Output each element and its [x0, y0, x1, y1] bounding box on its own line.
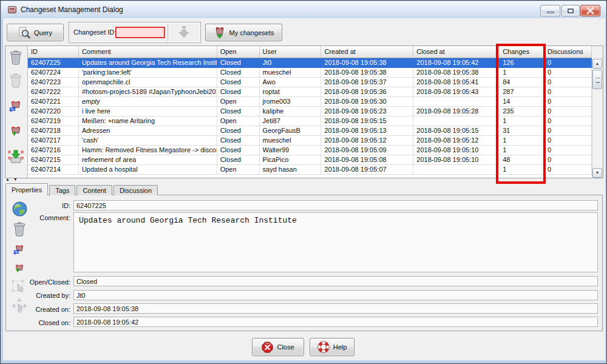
cell-comment[interactable]: openmapchile.cl	[79, 78, 217, 87]
cell-open[interactable]: Closed	[217, 146, 260, 155]
column-header-comment[interactable]: Comment	[79, 46, 217, 58]
cell-discussions[interactable]: 0	[544, 107, 592, 116]
cell-id[interactable]: 62407222	[28, 87, 79, 97]
cell-comment[interactable]: refinement of area	[79, 155, 217, 165]
changeset-id-input[interactable]	[115, 27, 165, 38]
cell-created-at[interactable]: 2018-09-08 19:05:23	[321, 107, 413, 116]
cell-discussions[interactable]: 0	[544, 165, 592, 175]
cell-discussions[interactable]: 0	[544, 87, 592, 97]
minimize-button[interactable]	[540, 5, 560, 16]
tab-properties[interactable]: Properties	[5, 183, 48, 195]
download-changesets-button[interactable]: ▼	[7, 120, 25, 143]
remove-selected-from-cache-button[interactable]	[7, 71, 25, 90]
cell-user[interactable]: sayd hasan	[260, 165, 322, 175]
cell-user[interactable]: mueschel	[260, 68, 322, 78]
split-pane-divider[interactable]: ▲ ▼	[5, 177, 30, 183]
cell-open[interactable]: Closed	[217, 155, 260, 165]
cell-created-at[interactable]: 2018-09-08 19:05:30	[321, 97, 413, 107]
cell-user[interactable]: Jt0	[260, 58, 322, 68]
cell-user[interactable]: GeorgFausB	[260, 126, 322, 136]
close-window-button[interactable]	[580, 5, 600, 16]
cell-comment[interactable]: Adressen	[79, 126, 217, 136]
cell-open[interactable]: Closed	[217, 87, 260, 97]
cell-user[interactable]: Walter99	[260, 146, 322, 155]
cell-comment[interactable]: i live here	[79, 107, 217, 116]
maximize-button[interactable]	[561, 5, 580, 16]
cell-created-at[interactable]: 2018-09-08 19:05:15	[321, 116, 413, 126]
cell-open[interactable]: Open	[217, 97, 260, 107]
cell-open[interactable]: Closed	[217, 58, 260, 68]
update-changesets-button[interactable]: ⇄	[7, 94, 25, 117]
scroll-down-button[interactable]: ▼	[592, 168, 602, 178]
cell-created-at[interactable]: 2018-09-08 19:05:13	[321, 126, 413, 136]
cell-discussions[interactable]: 0	[544, 58, 592, 68]
query-button[interactable]: Query	[7, 24, 64, 41]
cell-closed-at[interactable]: 2018-09-08 19:05:12	[413, 136, 500, 146]
cell-comment[interactable]: #hotosm-project-5189 #JapanTyphoonJebi20…	[79, 87, 217, 97]
cell-id[interactable]: 62407223	[28, 78, 79, 87]
cell-created-at[interactable]: 2018-09-08 19:05:08	[321, 155, 413, 165]
table-vertical-scrollbar[interactable]: ▲ ▼	[592, 59, 602, 178]
cell-closed-at[interactable]	[413, 116, 500, 126]
scrollbar-thumb[interactable]	[592, 70, 602, 89]
column-header-discussions[interactable]: Discussions	[544, 46, 592, 58]
cell-discussions[interactable]: 0	[544, 68, 592, 78]
cell-id[interactable]: 62407218	[28, 126, 79, 136]
column-header-id[interactable]: ID	[28, 46, 79, 58]
cell-created-at[interactable]: 2018-09-08 19:05:12	[321, 136, 413, 146]
cell-closed-at[interactable]	[413, 97, 500, 107]
cell-open[interactable]: Closed	[217, 126, 260, 136]
open-closed-field[interactable]: Closed	[73, 276, 598, 286]
cell-user[interactable]: mueschel	[260, 136, 322, 146]
scroll-up-button[interactable]: ▲	[592, 59, 602, 69]
cell-closed-at[interactable]: 2018-09-08 19:05:38	[413, 68, 500, 78]
cell-user[interactable]: kaliphe	[260, 107, 322, 116]
titlebar[interactable]: Changeset Management Dialog	[1, 1, 606, 18]
column-header-closed-at[interactable]: Closed at	[413, 46, 500, 58]
tab-content[interactable]: Content	[76, 185, 112, 195]
comment-field[interactable]: Updates around Georgia Tech Research Ins…	[73, 212, 598, 272]
cell-comment[interactable]: 'cash'	[79, 136, 217, 146]
cell-closed-at[interactable]: 2018-09-08 19:05:41	[413, 78, 500, 87]
close-button[interactable]: Close	[252, 338, 304, 356]
column-header-open[interactable]: Open	[217, 46, 260, 58]
cell-open[interactable]: Open	[217, 165, 260, 175]
cell-id[interactable]: 62407221	[28, 97, 79, 107]
cell-closed-at[interactable]: 2018-09-08 19:05:10	[413, 146, 500, 155]
cell-open[interactable]: Closed	[217, 136, 260, 146]
created-by-field[interactable]: Jt0	[73, 290, 598, 300]
cell-user[interactable]: roptat	[260, 87, 322, 97]
cell-closed-at[interactable]: 2018-09-08 19:05:28	[413, 107, 500, 116]
cell-id[interactable]: 62407225	[28, 58, 79, 68]
cell-comment[interactable]: Hamm: Removed Fitness Megastore -> disco…	[79, 146, 217, 155]
cell-created-at[interactable]: 2018-09-08 19:05:37	[321, 78, 413, 87]
created-on-field[interactable]: 2018-09-08 19:05:38	[73, 303, 598, 314]
cell-discussions[interactable]: 0	[544, 97, 592, 107]
cell-created-at[interactable]: 2018-09-08 19:05:07	[321, 165, 413, 175]
cell-discussions[interactable]: 0	[544, 146, 592, 155]
update-changeset-button[interactable]: ⇄	[10, 238, 29, 259]
cell-discussions[interactable]: 0	[544, 126, 592, 136]
cell-id[interactable]: 62407220	[28, 107, 79, 116]
my-changesets-button[interactable]: My changesets	[205, 24, 282, 41]
download-selected-content-button[interactable]	[7, 146, 25, 166]
cell-closed-at[interactable]: 2018-09-08 19:05:42	[413, 58, 500, 68]
cell-id[interactable]: 62407217	[28, 136, 79, 146]
cell-open[interactable]: Open	[217, 116, 260, 126]
cell-discussions[interactable]: 0	[544, 116, 592, 126]
remove-from-cache-button[interactable]	[7, 48, 25, 67]
cell-created-at[interactable]: 2018-09-08 19:05:36	[321, 87, 413, 97]
cell-discussions[interactable]: 0	[544, 155, 592, 165]
cell-open[interactable]: Closed	[217, 68, 260, 78]
cell-comment[interactable]: Meißen: +name Aritaring	[79, 116, 217, 126]
tab-tags[interactable]: Tags	[49, 185, 75, 195]
cell-comment[interactable]: Updates around Georgia Tech Research Ins…	[79, 58, 217, 68]
cell-open[interactable]: Closed	[217, 78, 260, 87]
cell-discussions[interactable]: 0	[544, 136, 592, 146]
cell-user[interactable]: PicaPico	[260, 155, 322, 165]
cell-closed-at[interactable]	[413, 165, 500, 175]
cell-id[interactable]: 62407224	[28, 68, 79, 78]
cell-created-at[interactable]: 2018-09-08 19:05:38	[321, 68, 413, 78]
cell-closed-at[interactable]: 2018-09-08 19:05:15	[413, 126, 500, 136]
cell-comment[interactable]: empty	[79, 97, 217, 107]
